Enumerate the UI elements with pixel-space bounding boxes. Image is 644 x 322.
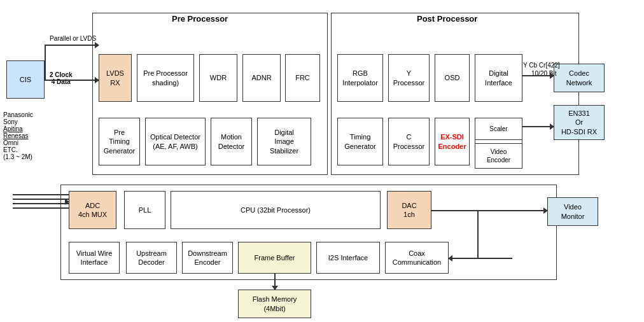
parallel-lvds-label: Parallel or LVDS [50,35,96,42]
scaler-block: Scaler [475,118,522,140]
coax-left-arrow [449,258,512,259]
en331-label: EN331OrHD-SDI RX [561,109,597,136]
pll-block: PLL [124,191,165,229]
motion-detector-label: MotionDetector [218,132,245,151]
dac-to-monitor-arrow [431,210,547,211]
parallel-vert-arrow [45,45,46,80]
pre-processor-shading-label: Pre Processorshading) [143,69,188,87]
video-monitor-block: VideoMonitor [547,197,598,226]
cis-label: CIS [20,75,31,84]
coax-communication-label: CoaxCommunication [393,249,441,267]
cpu-block: CPU (32bit Processor) [171,191,381,229]
video-encoder-block: VideoEncoder [475,143,522,169]
coax-communication-block: CoaxCommunication [385,242,449,274]
optical-detector-block: Optical Detector(AE, AF, AWB) [145,118,206,165]
lvds-rx-block: LVDSRX [99,54,132,102]
pll-label: PLL [139,206,151,214]
digital-iface-arrow [522,75,554,76]
camera-brands-label: PanasonicSonyApitinaRenesasOmniETC.(1.3 … [3,111,33,160]
pre-processor-shading-block: Pre Processorshading) [137,54,194,102]
lvds-rx-label: LVDSRX [106,69,124,87]
timing-generator-block: TimingGenerator [337,118,383,165]
y-processor-label: YProcessor [393,69,425,87]
adnr-label: ADNR [251,73,271,82]
ycbcr-label: Y Cb Cr[422] [523,62,560,69]
dac-coax-vert [477,210,479,258]
wdr-label: WDR [210,73,227,82]
rgb-interpolator-label: RGBInterpolator [342,69,378,87]
i2s-interface-block: I2S Interface [316,242,380,274]
c-processor-label: CProcessor [393,132,425,151]
adc-label: ADC4ch MUX [78,201,107,220]
scaler-label: Scaler [489,125,507,133]
frc-label: FRC [295,73,310,82]
pre-timing-gen-label: PreTimingGenerator [104,128,136,155]
frc-block: FRC [285,54,320,102]
osd-block: OSD [435,54,470,102]
pre-processor-label: Pre Processor [172,14,228,24]
virtual-wire-block: Virtual WireInterface [69,242,120,274]
flash-memory-label: Flash Memory(4Mbit) [253,295,297,313]
motion-detector-block: MotionDetector [211,118,252,165]
wdr-block: WDR [199,54,237,102]
y-processor-block: YProcessor [388,54,430,102]
i2s-interface-label: I2S Interface [328,253,368,262]
post-processor-label: Post Processor [417,14,477,24]
flash-vert-arrow [274,274,276,290]
digital-image-stabilizer-block: DigitalImageStabilizer [257,118,311,165]
c-processor-block: CProcessor [388,118,430,165]
cis-block: CIS [6,60,45,99]
digital-image-stabilizer-label: DigitalImageStabilizer [270,128,298,155]
dac-label: DAC1ch [402,201,416,220]
adnr-block: ADNR [242,54,281,102]
timing-generator-label: TimingGenerator [344,132,376,151]
upstream-decoder-label: UpstreamDecoder [136,249,167,267]
video-encoder-label: VideoEncoder [487,148,510,164]
frame-buffer-block: Frame Buffer [238,242,311,274]
dac-block: DAC1ch [387,191,431,229]
hd-sdi-to-en331-arrow [522,126,554,127]
en331-block: EN331OrHD-SDI RX [554,105,605,140]
cpu-label: CPU (32bit Processor) [241,206,311,214]
codec-network-label: CodecNetwork [566,69,592,87]
frame-buffer-label: Frame Buffer [255,253,295,262]
upstream-decoder-block: UpstreamDecoder [126,242,177,274]
downstream-encoder-label: DownstreamEncoder [188,249,227,267]
digital-interface-label: DigitalInterface [485,69,512,87]
downstream-encoder-block: DownstreamEncoder [182,242,233,274]
signal-lines [13,194,69,209]
exsdi-encoder-label: EX-SDIEncoder [438,132,466,151]
flash-memory-block: Flash Memory(4Mbit) [238,290,311,318]
pre-timing-gen-block: PreTimingGenerator [99,118,140,165]
cis-to-lvds-arrow [45,80,99,81]
virtual-wire-label: Virtual WireInterface [76,249,113,267]
diagram: Pre Processor Post Processor CIS LVDSRX … [0,0,644,322]
rgb-interpolator-block: RGBInterpolator [337,54,383,102]
optical-detector-label: Optical Detector(AE, AF, AWB) [150,132,200,151]
exsdi-encoder-block: EX-SDIEncoder [435,118,470,165]
codec-network-block: CodecNetwork [554,64,605,92]
parallel-to-lvds-arrow [45,45,99,46]
video-monitor-label: VideoMonitor [561,202,585,221]
osd-label: OSD [445,73,460,82]
adc-block: ADC4ch MUX [69,191,116,229]
digital-interface-block: DigitalInterface [475,54,522,102]
clock-data-label: 2 Clock4 Data [50,71,73,85]
